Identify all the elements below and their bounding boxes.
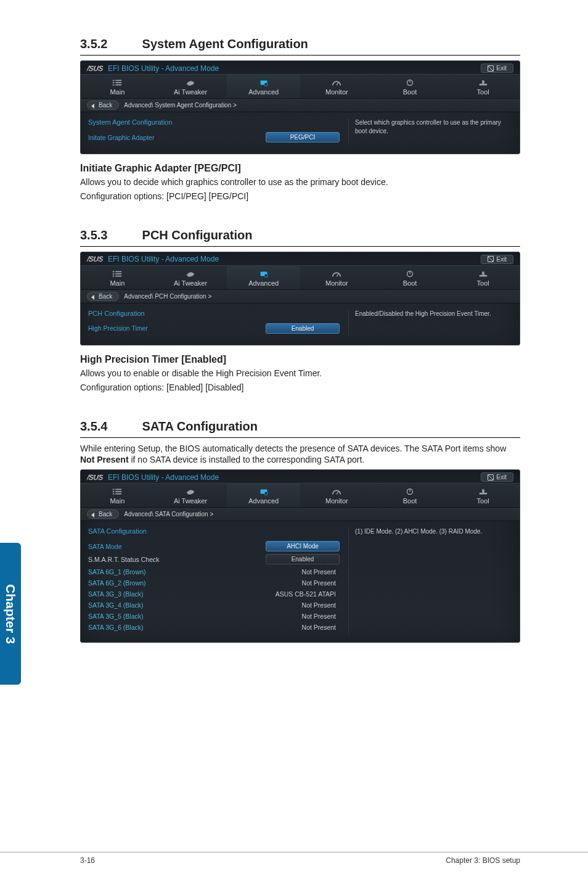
help-panel: Enabled/Disabled the High Precision Even… [348, 310, 512, 336]
tab-advanced[interactable]: Advanced [227, 74, 300, 99]
chip-icon [258, 270, 269, 278]
tab-aitweaker[interactable]: Ai Tweaker [154, 265, 227, 290]
breadcrumb: Advanced\ SATA Configuration > [124, 511, 213, 518]
tab-label: Tool [477, 88, 489, 96]
svg-line-34 [337, 491, 339, 494]
svg-rect-11 [479, 84, 487, 86]
svg-rect-18 [116, 275, 122, 276]
tab-tool[interactable]: Tool [446, 265, 520, 290]
section-title: PCH Configuration [142, 228, 253, 242]
svg-rect-28 [113, 491, 115, 492]
svg-rect-24 [479, 275, 487, 277]
tab-label: Boot [403, 88, 417, 96]
palette-icon [185, 78, 196, 87]
config-row[interactable]: Initate Graphic Adapter PEG/PCI [88, 132, 340, 142]
sata-port-row[interactable]: SATA 3G_5 (Black)Not Present [88, 613, 340, 620]
row-value-pill[interactable]: AHCI Mode [266, 541, 340, 551]
tab-advanced[interactable]: Advanced [227, 265, 300, 290]
tab-label: Ai Tweaker [174, 279, 207, 287]
section-rule [80, 437, 520, 438]
back-button[interactable]: Back [87, 101, 119, 110]
tab-main[interactable]: Main [81, 483, 154, 508]
tab-tool[interactable]: Tool [446, 74, 520, 99]
port-status: Not Present [253, 601, 340, 609]
tab-boot[interactable]: Boot [374, 483, 447, 508]
exit-button[interactable]: Exit [481, 64, 513, 73]
para-354-intro: While entering Setup, the BIOS automatic… [80, 443, 520, 466]
tab-aitweaker[interactable]: Ai Tweaker [154, 483, 227, 508]
port-name: SATA 3G_5 (Black) [88, 613, 253, 620]
port-status: Not Present [253, 568, 340, 576]
row-value-pill[interactable]: Enabled [266, 323, 340, 334]
sata-port-row[interactable]: SATA 3G_6 (Black)Not Present [88, 624, 340, 631]
svg-point-33 [264, 492, 267, 495]
tab-main[interactable]: Main [81, 74, 154, 99]
exit-button[interactable]: Exit [481, 255, 513, 264]
help-panel: Select which graphics controller to use … [348, 118, 512, 145]
gauge-icon [331, 487, 342, 496]
tab-boot[interactable]: Boot [374, 265, 447, 290]
sata-port-row[interactable]: SATA 6G_1 (Brown)Not Present [88, 568, 340, 576]
tab-label: Ai Tweaker [174, 88, 207, 96]
config-row[interactable]: High Precision Timer Enabled [88, 323, 340, 334]
section-rule [80, 55, 520, 56]
row-label: Initate Graphic Adapter [88, 134, 266, 141]
port-status: Not Present [253, 613, 340, 620]
para-353-2: Configuration options: [Enabled] [Disabl… [80, 382, 520, 394]
tab-tool[interactable]: Tool [446, 483, 520, 508]
tab-boot[interactable]: Boot [374, 74, 447, 99]
tab-label: Advanced [248, 497, 279, 505]
smart-row[interactable]: S.M.A.R.T. Status Check Enabled [88, 554, 340, 564]
tab-aitweaker[interactable]: Ai Tweaker [154, 74, 227, 99]
tab-row: Main Ai Tweaker Advanced Monitor Boot To… [81, 483, 520, 508]
tab-advanced[interactable]: Advanced [227, 483, 300, 508]
svg-rect-26 [113, 489, 115, 490]
tab-label: Boot [403, 497, 417, 505]
gauge-icon [331, 78, 342, 87]
tab-label: Main [110, 279, 125, 287]
palette-icon [185, 270, 196, 278]
svg-rect-15 [113, 273, 115, 274]
svg-rect-0 [113, 80, 115, 81]
svg-point-7 [264, 83, 267, 86]
bios-title: EFI BIOS Utility - Advanced Mode [108, 255, 219, 263]
intro-bold: Not Present [80, 455, 129, 464]
back-button[interactable]: Back [87, 292, 119, 301]
config-title: System Agent Configuration [88, 118, 340, 126]
svg-rect-31 [116, 493, 122, 495]
svg-rect-16 [116, 273, 122, 274]
svg-rect-13 [113, 271, 115, 272]
row-value-pill[interactable]: PEG/PCI [266, 132, 340, 142]
svg-line-8 [337, 82, 339, 85]
tab-main[interactable]: Main [81, 265, 154, 290]
section-title: SATA Configuration [142, 419, 258, 433]
help-panel: (1) IDE Mode. (2) AHCI Mode. (3) RAID Mo… [348, 527, 512, 635]
svg-rect-1 [116, 80, 122, 81]
svg-rect-5 [116, 85, 122, 86]
port-name: SATA 3G_6 (Black) [88, 624, 253, 631]
list-icon [112, 270, 123, 278]
sata-mode-row[interactable]: SATA Mode AHCI Mode [88, 541, 340, 551]
tab-label: Monitor [325, 497, 348, 505]
port-status: ASUS CB-521 ATAPI [253, 590, 340, 598]
tab-monitor[interactable]: Monitor [300, 265, 374, 290]
section-number: 3.5.3 [80, 228, 139, 242]
svg-rect-25 [482, 271, 484, 274]
para-352-1: Allows you to decide which graphics cont… [80, 176, 520, 188]
bios-title: EFI BIOS Utility - Advanced Mode [108, 64, 219, 73]
para-352-2: Configuration options: [PCI/PEG] [PEG/PC… [80, 191, 520, 202]
tab-label: Tool [477, 279, 489, 287]
power-icon [404, 270, 415, 278]
section-heading-353: 3.5.3 PCH Configuration [80, 228, 520, 242]
sata-port-row[interactable]: SATA 3G_4 (Black)Not Present [88, 601, 340, 609]
row-value-pill[interactable]: Enabled [266, 554, 340, 564]
svg-rect-14 [116, 271, 122, 272]
tab-monitor[interactable]: Monitor [300, 483, 374, 508]
exit-button[interactable]: Exit [481, 472, 513, 482]
back-button[interactable]: Back [87, 510, 119, 519]
svg-rect-29 [116, 491, 122, 492]
sata-port-row[interactable]: SATA 3G_3 (Black)ASUS CB-521 ATAPI [88, 590, 340, 598]
sata-port-row[interactable]: SATA 6G_2 (Brown)Not Present [88, 579, 340, 587]
tab-monitor[interactable]: Monitor [300, 74, 374, 99]
svg-rect-38 [482, 490, 484, 493]
